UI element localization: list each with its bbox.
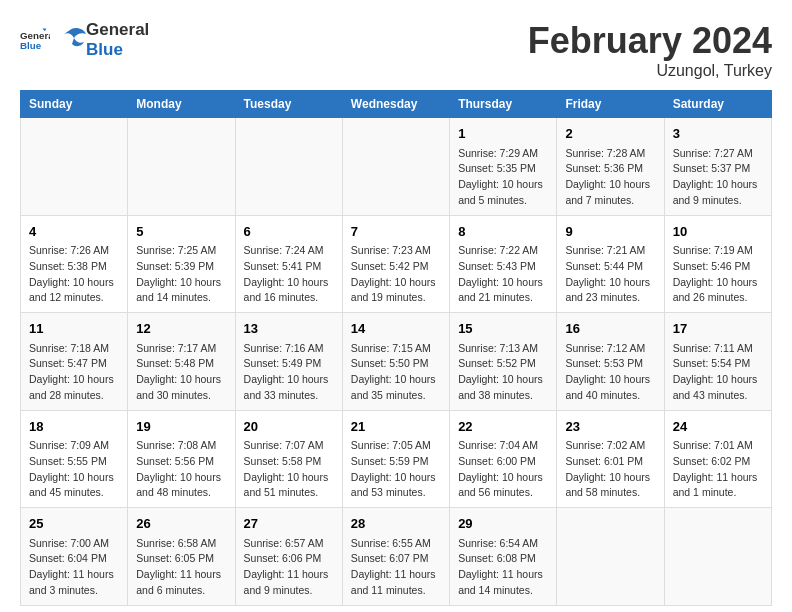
page-header: General Blue General Blue February 2024 … bbox=[20, 20, 772, 80]
day-number: 3 bbox=[673, 124, 763, 144]
calendar-cell: 5Sunrise: 7:25 AM Sunset: 5:39 PM Daylig… bbox=[128, 215, 235, 313]
calendar-cell: 9Sunrise: 7:21 AM Sunset: 5:44 PM Daylig… bbox=[557, 215, 664, 313]
calendar-header-row: SundayMondayTuesdayWednesdayThursdayFrid… bbox=[21, 91, 772, 118]
calendar-cell: 22Sunrise: 7:04 AM Sunset: 6:00 PM Dayli… bbox=[450, 410, 557, 508]
day-number: 12 bbox=[136, 319, 226, 339]
header-tuesday: Tuesday bbox=[235, 91, 342, 118]
header-monday: Monday bbox=[128, 91, 235, 118]
day-info: Sunrise: 7:29 AM Sunset: 5:35 PM Dayligh… bbox=[458, 146, 548, 209]
logo: General Blue General Blue bbox=[20, 20, 149, 60]
header-friday: Friday bbox=[557, 91, 664, 118]
header-saturday: Saturday bbox=[664, 91, 771, 118]
calendar-cell: 23Sunrise: 7:02 AM Sunset: 6:01 PM Dayli… bbox=[557, 410, 664, 508]
day-number: 22 bbox=[458, 417, 548, 437]
calendar-cell bbox=[557, 508, 664, 606]
logo-general-text: General bbox=[86, 20, 149, 39]
day-number: 6 bbox=[244, 222, 334, 242]
calendar-cell: 28Sunrise: 6:55 AM Sunset: 6:07 PM Dayli… bbox=[342, 508, 449, 606]
day-info: Sunrise: 7:28 AM Sunset: 5:36 PM Dayligh… bbox=[565, 146, 655, 209]
day-info: Sunrise: 7:17 AM Sunset: 5:48 PM Dayligh… bbox=[136, 341, 226, 404]
calendar-week-row: 18Sunrise: 7:09 AM Sunset: 5:55 PM Dayli… bbox=[21, 410, 772, 508]
day-info: Sunrise: 7:09 AM Sunset: 5:55 PM Dayligh… bbox=[29, 438, 119, 501]
day-info: Sunrise: 6:58 AM Sunset: 6:05 PM Dayligh… bbox=[136, 536, 226, 599]
day-number: 26 bbox=[136, 514, 226, 534]
calendar-cell: 8Sunrise: 7:22 AM Sunset: 5:43 PM Daylig… bbox=[450, 215, 557, 313]
day-number: 23 bbox=[565, 417, 655, 437]
calendar-cell: 20Sunrise: 7:07 AM Sunset: 5:58 PM Dayli… bbox=[235, 410, 342, 508]
day-number: 21 bbox=[351, 417, 441, 437]
day-info: Sunrise: 6:54 AM Sunset: 6:08 PM Dayligh… bbox=[458, 536, 548, 599]
day-info: Sunrise: 7:16 AM Sunset: 5:49 PM Dayligh… bbox=[244, 341, 334, 404]
day-info: Sunrise: 6:55 AM Sunset: 6:07 PM Dayligh… bbox=[351, 536, 441, 599]
calendar-cell: 11Sunrise: 7:18 AM Sunset: 5:47 PM Dayli… bbox=[21, 313, 128, 411]
calendar-cell: 18Sunrise: 7:09 AM Sunset: 5:55 PM Dayli… bbox=[21, 410, 128, 508]
day-number: 4 bbox=[29, 222, 119, 242]
calendar-cell: 12Sunrise: 7:17 AM Sunset: 5:48 PM Dayli… bbox=[128, 313, 235, 411]
day-info: Sunrise: 7:01 AM Sunset: 6:02 PM Dayligh… bbox=[673, 438, 763, 501]
logo-blue-text: Blue bbox=[86, 40, 123, 59]
day-number: 25 bbox=[29, 514, 119, 534]
day-info: Sunrise: 7:23 AM Sunset: 5:42 PM Dayligh… bbox=[351, 243, 441, 306]
day-number: 16 bbox=[565, 319, 655, 339]
header-wednesday: Wednesday bbox=[342, 91, 449, 118]
calendar-cell bbox=[235, 118, 342, 216]
calendar-cell: 17Sunrise: 7:11 AM Sunset: 5:54 PM Dayli… bbox=[664, 313, 771, 411]
day-number: 29 bbox=[458, 514, 548, 534]
calendar-cell: 19Sunrise: 7:08 AM Sunset: 5:56 PM Dayli… bbox=[128, 410, 235, 508]
calendar-cell: 21Sunrise: 7:05 AM Sunset: 5:59 PM Dayli… bbox=[342, 410, 449, 508]
day-info: Sunrise: 7:12 AM Sunset: 5:53 PM Dayligh… bbox=[565, 341, 655, 404]
day-number: 8 bbox=[458, 222, 548, 242]
calendar-cell bbox=[664, 508, 771, 606]
day-info: Sunrise: 7:24 AM Sunset: 5:41 PM Dayligh… bbox=[244, 243, 334, 306]
calendar-week-row: 1Sunrise: 7:29 AM Sunset: 5:35 PM Daylig… bbox=[21, 118, 772, 216]
day-info: Sunrise: 7:07 AM Sunset: 5:58 PM Dayligh… bbox=[244, 438, 334, 501]
day-number: 15 bbox=[458, 319, 548, 339]
day-number: 27 bbox=[244, 514, 334, 534]
calendar-cell: 7Sunrise: 7:23 AM Sunset: 5:42 PM Daylig… bbox=[342, 215, 449, 313]
day-info: Sunrise: 7:18 AM Sunset: 5:47 PM Dayligh… bbox=[29, 341, 119, 404]
day-info: Sunrise: 7:21 AM Sunset: 5:44 PM Dayligh… bbox=[565, 243, 655, 306]
logo-icon: General Blue bbox=[20, 28, 50, 52]
calendar-cell: 26Sunrise: 6:58 AM Sunset: 6:05 PM Dayli… bbox=[128, 508, 235, 606]
calendar-cell bbox=[21, 118, 128, 216]
calendar-week-row: 25Sunrise: 7:00 AM Sunset: 6:04 PM Dayli… bbox=[21, 508, 772, 606]
day-info: Sunrise: 7:11 AM Sunset: 5:54 PM Dayligh… bbox=[673, 341, 763, 404]
day-number: 11 bbox=[29, 319, 119, 339]
day-info: Sunrise: 7:25 AM Sunset: 5:39 PM Dayligh… bbox=[136, 243, 226, 306]
day-info: Sunrise: 7:26 AM Sunset: 5:38 PM Dayligh… bbox=[29, 243, 119, 306]
calendar-cell: 24Sunrise: 7:01 AM Sunset: 6:02 PM Dayli… bbox=[664, 410, 771, 508]
day-number: 2 bbox=[565, 124, 655, 144]
calendar-cell: 10Sunrise: 7:19 AM Sunset: 5:46 PM Dayli… bbox=[664, 215, 771, 313]
day-info: Sunrise: 7:15 AM Sunset: 5:50 PM Dayligh… bbox=[351, 341, 441, 404]
header-sunday: Sunday bbox=[21, 91, 128, 118]
day-info: Sunrise: 7:04 AM Sunset: 6:00 PM Dayligh… bbox=[458, 438, 548, 501]
day-number: 14 bbox=[351, 319, 441, 339]
day-info: Sunrise: 7:27 AM Sunset: 5:37 PM Dayligh… bbox=[673, 146, 763, 209]
day-info: Sunrise: 7:08 AM Sunset: 5:56 PM Dayligh… bbox=[136, 438, 226, 501]
day-info: Sunrise: 7:13 AM Sunset: 5:52 PM Dayligh… bbox=[458, 341, 548, 404]
calendar-week-row: 4Sunrise: 7:26 AM Sunset: 5:38 PM Daylig… bbox=[21, 215, 772, 313]
day-number: 13 bbox=[244, 319, 334, 339]
calendar-cell: 2Sunrise: 7:28 AM Sunset: 5:36 PM Daylig… bbox=[557, 118, 664, 216]
calendar-week-row: 11Sunrise: 7:18 AM Sunset: 5:47 PM Dayli… bbox=[21, 313, 772, 411]
calendar-cell: 1Sunrise: 7:29 AM Sunset: 5:35 PM Daylig… bbox=[450, 118, 557, 216]
calendar-cell: 15Sunrise: 7:13 AM Sunset: 5:52 PM Dayli… bbox=[450, 313, 557, 411]
calendar-cell: 27Sunrise: 6:57 AM Sunset: 6:06 PM Dayli… bbox=[235, 508, 342, 606]
day-info: Sunrise: 7:22 AM Sunset: 5:43 PM Dayligh… bbox=[458, 243, 548, 306]
main-title: February 2024 bbox=[528, 20, 772, 62]
day-info: Sunrise: 7:02 AM Sunset: 6:01 PM Dayligh… bbox=[565, 438, 655, 501]
calendar-table: SundayMondayTuesdayWednesdayThursdayFrid… bbox=[20, 90, 772, 606]
calendar-cell: 16Sunrise: 7:12 AM Sunset: 5:53 PM Dayli… bbox=[557, 313, 664, 411]
header-thursday: Thursday bbox=[450, 91, 557, 118]
title-block: February 2024 Uzungol, Turkey bbox=[528, 20, 772, 80]
calendar-cell: 6Sunrise: 7:24 AM Sunset: 5:41 PM Daylig… bbox=[235, 215, 342, 313]
svg-text:General: General bbox=[20, 30, 50, 41]
day-number: 24 bbox=[673, 417, 763, 437]
calendar-cell: 29Sunrise: 6:54 AM Sunset: 6:08 PM Dayli… bbox=[450, 508, 557, 606]
calendar-cell: 4Sunrise: 7:26 AM Sunset: 5:38 PM Daylig… bbox=[21, 215, 128, 313]
day-number: 10 bbox=[673, 222, 763, 242]
calendar-cell bbox=[342, 118, 449, 216]
calendar-cell: 14Sunrise: 7:15 AM Sunset: 5:50 PM Dayli… bbox=[342, 313, 449, 411]
day-number: 7 bbox=[351, 222, 441, 242]
day-number: 9 bbox=[565, 222, 655, 242]
